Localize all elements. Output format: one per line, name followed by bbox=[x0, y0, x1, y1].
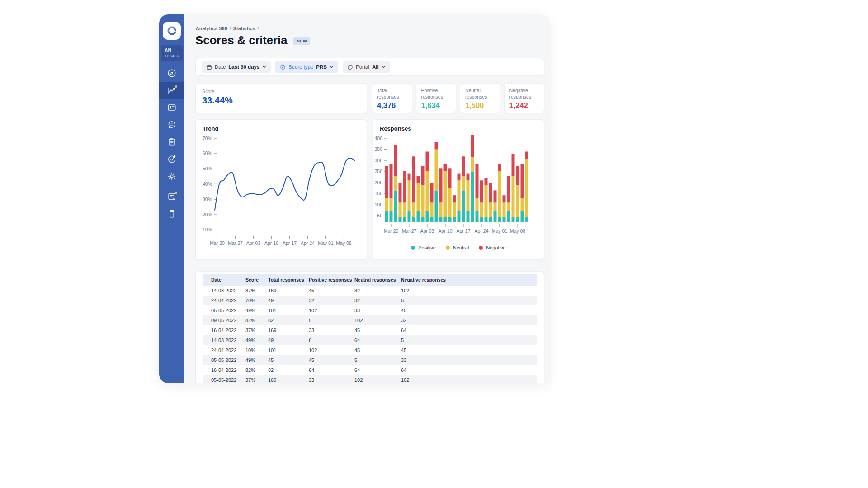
svg-text:20%: 20% bbox=[203, 212, 212, 217]
cell: 10% bbox=[245, 347, 268, 353]
legend-dot bbox=[479, 246, 483, 250]
sidebar: AN 123456 bbox=[159, 14, 184, 383]
col-header-positive: Positive responses bbox=[309, 277, 354, 282]
table-row: 16-04-202237%169334564 bbox=[203, 325, 537, 335]
cell: 45 bbox=[309, 288, 354, 293]
cell: 102 bbox=[354, 377, 401, 383]
svg-text:150: 150 bbox=[374, 191, 382, 196]
svg-text:Mar 27: Mar 27 bbox=[228, 240, 243, 246]
sidebar-item-compass[interactable] bbox=[159, 65, 184, 82]
svg-text:100: 100 bbox=[374, 202, 382, 207]
legend-label: Neutral bbox=[453, 245, 469, 250]
date-filter-button[interactable]: DateLast 30 days bbox=[202, 61, 271, 73]
cell: 64 bbox=[354, 338, 401, 343]
charts-row: Trend 70%60%50%40%30%20%10%Mar 20Mar 27A… bbox=[195, 119, 544, 260]
cell: 5 bbox=[401, 298, 537, 303]
stat-value: 1,500 bbox=[465, 101, 495, 110]
cell: 102 bbox=[401, 288, 537, 293]
table-row: 16-04-202282%82646464 bbox=[203, 365, 537, 375]
cell: 64 bbox=[354, 367, 401, 373]
svg-text:May 01: May 01 bbox=[318, 240, 334, 246]
notification-dot bbox=[175, 192, 177, 194]
account-badge[interactable]: AN 123456 bbox=[161, 45, 183, 61]
gauge-icon bbox=[280, 64, 286, 70]
breadcrumb-item-statistics[interactable]: Statistics bbox=[233, 26, 255, 31]
portal-filter-button[interactable]: PortalAll bbox=[343, 61, 390, 73]
cell: 82 bbox=[268, 318, 309, 323]
cell: 49 bbox=[268, 298, 309, 303]
svg-text:30%: 30% bbox=[203, 197, 212, 202]
legend-item-neutral: Neutral bbox=[446, 245, 469, 250]
cell: 5 bbox=[354, 357, 401, 363]
cell: 169 bbox=[268, 328, 309, 333]
sidebar-item-trend-chart[interactable] bbox=[159, 82, 184, 99]
clipboard-icon bbox=[167, 137, 177, 147]
sidebar-item-id-card[interactable] bbox=[159, 99, 184, 116]
sidebar-item-settings-gear[interactable] bbox=[159, 168, 184, 185]
app-logo[interactable] bbox=[163, 22, 181, 40]
col-header-total: Total responses bbox=[268, 277, 309, 282]
svg-text:10%: 10% bbox=[203, 227, 212, 232]
cell: 45 bbox=[354, 328, 401, 333]
id-card-icon bbox=[167, 103, 177, 113]
svg-text:Apr 17: Apr 17 bbox=[283, 240, 297, 246]
sidebar-item-notes[interactable] bbox=[159, 188, 184, 205]
legend-item-positive: Positive bbox=[411, 245, 436, 250]
stat-card-positive-responses: Positive responses 1,634 bbox=[416, 83, 457, 113]
notification-dot bbox=[175, 85, 177, 88]
cell: 33 bbox=[309, 377, 354, 383]
col-header-neutral: Neutral responses bbox=[354, 277, 401, 282]
table-row: 24-04-202270%4932325 bbox=[203, 296, 537, 305]
table-header-row: Date Score Total responses Positive resp… bbox=[203, 274, 537, 286]
sidebar-item-phone[interactable] bbox=[159, 205, 184, 222]
cell: 24-04-2022 bbox=[211, 298, 245, 303]
cell: 14-03-2022 bbox=[211, 338, 245, 343]
svg-text:Mar 27: Mar 27 bbox=[402, 228, 417, 234]
legend-label: Positive bbox=[418, 245, 436, 250]
legend-label: Negative bbox=[486, 245, 505, 250]
sidebar-item-goal-check[interactable] bbox=[159, 150, 184, 168]
cell: 5 bbox=[401, 338, 537, 343]
cell: 37% bbox=[245, 328, 268, 333]
table-row: 24-04-202210%1011024545 bbox=[203, 345, 537, 355]
cell: 169 bbox=[268, 377, 309, 383]
cell: 32 bbox=[401, 318, 537, 323]
stat-card-negative-responses: Negative responses 1,242 bbox=[504, 83, 545, 113]
app-panel: AN 123456 Analytics 360/Statistics/ Scor… bbox=[159, 14, 550, 383]
table-body: 14-03-202237%169453210224-04-202270%4932… bbox=[203, 286, 537, 383]
cell: 16-04-2022 bbox=[211, 367, 245, 373]
scores-table-card: Date Score Total responses Positive resp… bbox=[195, 271, 544, 383]
svg-text:Apr 24: Apr 24 bbox=[301, 240, 315, 246]
cell: 101 bbox=[268, 347, 309, 353]
compass-icon bbox=[167, 68, 177, 78]
logo-icon bbox=[166, 25, 178, 37]
cell: 70% bbox=[245, 298, 268, 303]
cell: 49% bbox=[245, 338, 268, 343]
stat-value: 4,376 bbox=[377, 101, 407, 110]
svg-text:Apr 17: Apr 17 bbox=[457, 228, 471, 234]
breadcrumb-item-analytics[interactable]: Analytics 360 bbox=[196, 26, 227, 31]
cell: 169 bbox=[268, 288, 309, 293]
cell: 33 bbox=[401, 357, 537, 363]
chevron-down-icon bbox=[262, 66, 266, 68]
cell: 102 bbox=[354, 318, 401, 323]
cell: 32 bbox=[354, 288, 401, 293]
stat-label: Positive responses bbox=[421, 88, 451, 100]
score-type-filter-button[interactable]: Score typePRS bbox=[275, 61, 338, 73]
svg-text:70%: 70% bbox=[203, 136, 212, 141]
score-value: 33.44% bbox=[202, 95, 360, 106]
cell: 102 bbox=[401, 377, 537, 383]
cell: 45 bbox=[354, 347, 401, 353]
summary-row: Score 33.44% Total responses 4,376Positi… bbox=[195, 83, 544, 113]
svg-text:400: 400 bbox=[374, 136, 382, 141]
account-initials: AN bbox=[165, 47, 183, 53]
sidebar-item-chat[interactable] bbox=[159, 116, 184, 133]
sidebar-item-clipboard[interactable] bbox=[159, 133, 184, 150]
svg-text:250: 250 bbox=[374, 169, 382, 174]
breadcrumb: Analytics 360/Statistics/ bbox=[196, 26, 261, 31]
svg-text:Mar 20: Mar 20 bbox=[384, 228, 399, 234]
cell: 49% bbox=[245, 357, 268, 363]
svg-text:May 08: May 08 bbox=[510, 228, 526, 234]
col-header-date: Date bbox=[211, 277, 245, 282]
cell: 33 bbox=[354, 308, 401, 313]
